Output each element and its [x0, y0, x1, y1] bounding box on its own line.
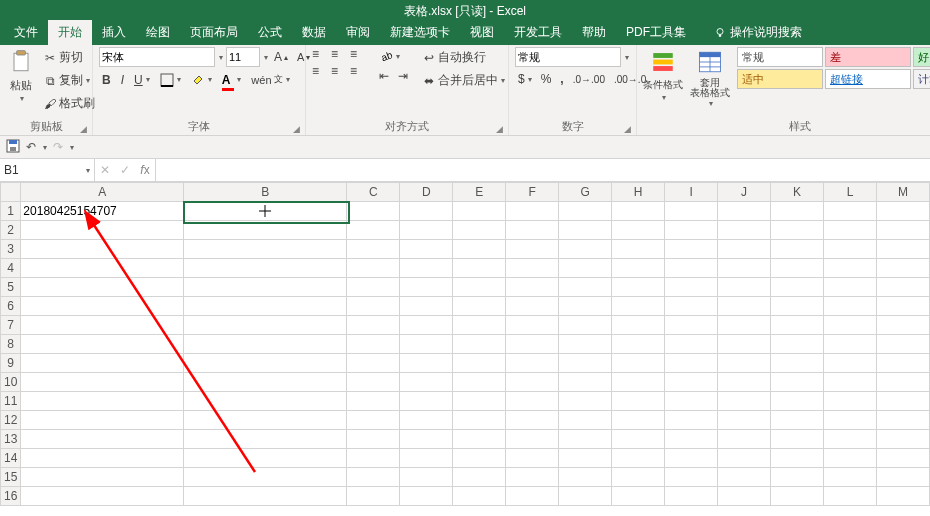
cell-G15[interactable]	[559, 468, 612, 487]
cell-M4[interactable]	[876, 259, 929, 278]
cell-F12[interactable]	[506, 411, 559, 430]
paste-icon[interactable]	[6, 47, 36, 77]
chevron-down-icon[interactable]: ▾	[43, 143, 47, 152]
align-left-button[interactable]: ≡	[312, 64, 330, 80]
cell-E4[interactable]	[453, 259, 506, 278]
chevron-down-icon[interactable]: ▾	[219, 53, 223, 62]
cell-M3[interactable]	[876, 240, 929, 259]
cell-I7[interactable]	[665, 316, 718, 335]
cell-I9[interactable]	[665, 354, 718, 373]
tab-pdf-tools[interactable]: PDF工具集	[616, 20, 696, 45]
cell-B5[interactable]	[184, 278, 347, 297]
cell-D7[interactable]	[400, 316, 453, 335]
col-header-I[interactable]: I	[665, 183, 718, 202]
col-header-B[interactable]: B	[184, 183, 347, 202]
cell-D3[interactable]	[400, 240, 453, 259]
cell-G14[interactable]	[559, 449, 612, 468]
cell-B8[interactable]	[184, 335, 347, 354]
cell-J10[interactable]	[718, 373, 771, 392]
tell-me[interactable]: 操作说明搜索	[704, 20, 812, 45]
font-name-input[interactable]	[99, 47, 215, 67]
tab-formulas[interactable]: 公式	[248, 20, 292, 45]
cell-K2[interactable]	[771, 221, 824, 240]
cell-M10[interactable]	[876, 373, 929, 392]
cell-F4[interactable]	[506, 259, 559, 278]
cell-A13[interactable]	[21, 430, 184, 449]
paste-label[interactable]: 粘贴	[10, 78, 32, 93]
cell-I12[interactable]	[665, 411, 718, 430]
cell-C13[interactable]	[347, 430, 400, 449]
cell-A4[interactable]	[21, 259, 184, 278]
cell-D8[interactable]	[400, 335, 453, 354]
cell-B12[interactable]	[184, 411, 347, 430]
underline-button[interactable]: U▾	[131, 71, 153, 89]
row-header-7[interactable]: 7	[1, 316, 21, 335]
cell-A12[interactable]	[21, 411, 184, 430]
select-all-corner[interactable]	[1, 183, 21, 202]
tab-home[interactable]: 开始	[48, 20, 92, 45]
cell-H14[interactable]	[612, 449, 665, 468]
cell-B2[interactable]	[184, 221, 347, 240]
tab-file[interactable]: 文件	[4, 20, 48, 45]
cell-J1[interactable]	[718, 202, 771, 221]
cell-F15[interactable]	[506, 468, 559, 487]
cell-C9[interactable]	[347, 354, 400, 373]
row-header-5[interactable]: 5	[1, 278, 21, 297]
cell-B11[interactable]	[184, 392, 347, 411]
row-header-4[interactable]: 4	[1, 259, 21, 278]
cell-A7[interactable]	[21, 316, 184, 335]
row-header-6[interactable]: 6	[1, 297, 21, 316]
cell-K10[interactable]	[771, 373, 824, 392]
cell-E16[interactable]	[453, 487, 506, 506]
cell-A15[interactable]	[21, 468, 184, 487]
conditional-formatting-label[interactable]: 条件格式	[643, 78, 683, 92]
phonetic-button[interactable]: wén文▾	[248, 71, 292, 88]
save-icon[interactable]	[6, 139, 20, 156]
cell-E10[interactable]	[453, 373, 506, 392]
tab-developer[interactable]: 开发工具	[504, 20, 572, 45]
decrease-indent-button[interactable]: ⇤	[376, 67, 392, 85]
cell-A8[interactable]	[21, 335, 184, 354]
cell-D13[interactable]	[400, 430, 453, 449]
wrap-text-button[interactable]: ↩自动换行	[419, 47, 508, 68]
row-header-2[interactable]: 2	[1, 221, 21, 240]
orientation-button[interactable]: ab▾	[376, 47, 411, 65]
cell-G4[interactable]	[559, 259, 612, 278]
font-size-input[interactable]	[226, 47, 260, 67]
cell-M11[interactable]	[876, 392, 929, 411]
cell-B6[interactable]	[184, 297, 347, 316]
chevron-down-icon[interactable]: ▾	[264, 53, 268, 62]
spreadsheet-grid[interactable]: ABCDEFGHIJKLM120180425154707234567891011…	[0, 182, 930, 516]
cell-H9[interactable]	[612, 354, 665, 373]
cell-A6[interactable]	[21, 297, 184, 316]
cell-C15[interactable]	[347, 468, 400, 487]
cell-F13[interactable]	[506, 430, 559, 449]
col-header-A[interactable]: A	[21, 183, 184, 202]
cell-H6[interactable]	[612, 297, 665, 316]
formula-input[interactable]	[156, 159, 930, 181]
fill-color-button[interactable]: ▾	[188, 71, 215, 89]
cell-E12[interactable]	[453, 411, 506, 430]
cell-A3[interactable]	[21, 240, 184, 259]
cell-I4[interactable]	[665, 259, 718, 278]
cell-B9[interactable]	[184, 354, 347, 373]
cell-L2[interactable]	[824, 221, 877, 240]
cell-K1[interactable]	[771, 202, 824, 221]
cell-C6[interactable]	[347, 297, 400, 316]
align-right-button[interactable]: ≡	[350, 64, 368, 80]
cell-style-bad[interactable]: 差	[825, 47, 911, 67]
cell-G5[interactable]	[559, 278, 612, 297]
italic-button[interactable]: I	[118, 71, 127, 89]
row-header-10[interactable]: 10	[1, 373, 21, 392]
cell-J12[interactable]	[718, 411, 771, 430]
cell-D11[interactable]	[400, 392, 453, 411]
cell-F6[interactable]	[506, 297, 559, 316]
cell-K5[interactable]	[771, 278, 824, 297]
cell-D6[interactable]	[400, 297, 453, 316]
cell-H1[interactable]	[612, 202, 665, 221]
cell-C11[interactable]	[347, 392, 400, 411]
cell-J3[interactable]	[718, 240, 771, 259]
cell-K6[interactable]	[771, 297, 824, 316]
cell-I15[interactable]	[665, 468, 718, 487]
cell-B10[interactable]	[184, 373, 347, 392]
